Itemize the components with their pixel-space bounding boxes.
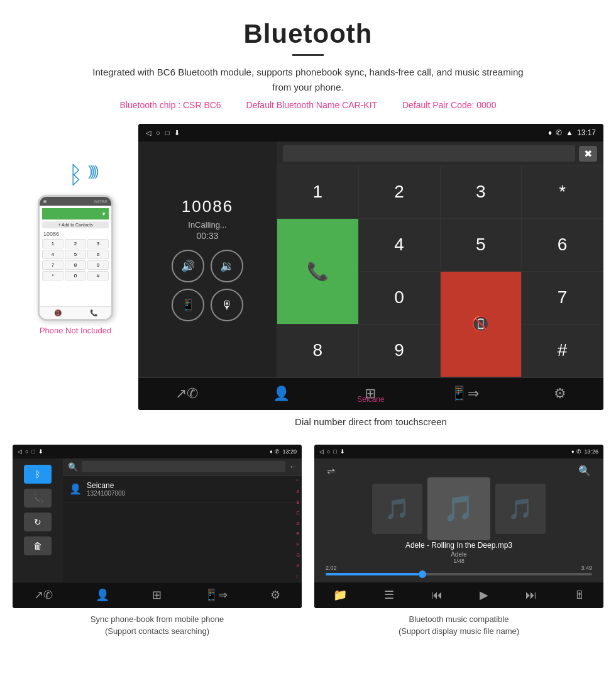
- phonebook-caption-line1: Sync phone-book from mobile phone: [13, 613, 302, 626]
- phone-call-icon[interactable]: 📞: [90, 309, 97, 316]
- keypad-key-6[interactable]: 6: [522, 219, 603, 271]
- pb-bluetooth-btn[interactable]: ᛒ: [24, 465, 52, 484]
- pb-alpha-d[interactable]: D: [297, 521, 300, 526]
- pb-call-btn[interactable]: 📞: [24, 489, 52, 508]
- pb-nav-grid-icon[interactable]: ⊞: [152, 588, 162, 602]
- pb-square-icon[interactable]: □: [31, 448, 35, 455]
- keypad-key-7[interactable]: 7: [522, 272, 603, 324]
- keypad-call-btn[interactable]: 📞: [277, 219, 358, 324]
- car-home-icon[interactable]: ○: [156, 129, 160, 136]
- music-play-icon[interactable]: ▶: [480, 588, 488, 602]
- pb-alpha-g[interactable]: G: [297, 553, 300, 557]
- music-prev-icon[interactable]: ⏮: [431, 589, 443, 602]
- music-albums: 🎵 🎵 🎵: [321, 477, 597, 540]
- dial-mic-btn[interactable]: 🎙: [211, 289, 243, 321]
- phone-end-icon[interactable]: 📵: [54, 309, 62, 316]
- phone-key-star[interactable]: *: [42, 271, 63, 280]
- phone-add-contact-btn[interactable]: + Add to Contacts: [42, 221, 109, 228]
- phonebook-content: ᛒ 📞 ↻ 🗑: [13, 458, 302, 582]
- pb-alpha-a[interactable]: A: [297, 489, 300, 494]
- pb-alpha-h[interactable]: H: [297, 564, 300, 568]
- music-content: ⇌ 🔍 🎵 🎵 🎵: [314, 458, 603, 582]
- music-folder-icon[interactable]: 📁: [333, 588, 347, 602]
- dial-backspace-btn[interactable]: ✖: [579, 146, 597, 162]
- pb-delete-btn[interactable]: 🗑: [24, 536, 52, 555]
- phone-key-0[interactable]: 0: [65, 271, 86, 280]
- dial-volume-up-btn[interactable]: 🔊: [172, 250, 204, 282]
- pb-contact-entry[interactable]: 👤 Seicane 13241007000: [63, 476, 302, 503]
- keypad-key-8[interactable]: 8: [277, 325, 358, 377]
- car-location-icon: ♦: [548, 128, 552, 137]
- nav-phone-transfer-icon[interactable]: 📱⇒: [451, 386, 479, 402]
- dial-transfer-btn[interactable]: 📱: [172, 289, 204, 321]
- nav-call-transfer-icon[interactable]: ↗✆: [175, 386, 198, 402]
- keypad-key-hash[interactable]: #: [522, 325, 603, 377]
- music-status-bar: ◁ ○ □ ⬇ ♦ ✆ 13:26: [314, 445, 603, 458]
- keypad-end-btn[interactable]: 📵: [441, 272, 522, 377]
- dial-volume-down-btn[interactable]: 🔉: [211, 250, 243, 282]
- keypad-key-9[interactable]: 9: [359, 325, 440, 377]
- phone-key-4[interactable]: 4: [42, 250, 63, 259]
- keypad-key-4[interactable]: 4: [359, 219, 440, 271]
- bluetooth-waves-icon: )))): [88, 163, 96, 179]
- pb-nav-call-icon[interactable]: ↗✆: [34, 588, 53, 602]
- pb-sync-btn[interactable]: ↻: [24, 513, 52, 531]
- phone-key-3[interactable]: 3: [87, 239, 109, 248]
- car-screen-wrapper: ◁ ○ □ ⬇ ♦ ✆ ▲ 13:17 1: [138, 124, 603, 438]
- phone-key-7[interactable]: 7: [42, 260, 63, 270]
- volume-up-icon: 🔊: [181, 259, 195, 273]
- pb-alpha-e[interactable]: E: [297, 531, 300, 536]
- mu-location-icon: ♦: [571, 448, 575, 455]
- keypad-key-2[interactable]: 2: [359, 166, 440, 218]
- phonebook-status-right: ♦ ✆ 13:20: [270, 448, 297, 455]
- tech-info: Bluetooth chip : CSR BC6 Default Bluetoo…: [13, 100, 603, 110]
- mu-square-icon[interactable]: □: [333, 448, 336, 455]
- music-eq-icon[interactable]: 🎚: [574, 589, 585, 602]
- pb-alpha-i[interactable]: I: [297, 574, 300, 579]
- keypad-key-0[interactable]: 0: [359, 272, 440, 324]
- phone-key-6[interactable]: 6: [87, 250, 109, 259]
- progress-bar-bg[interactable]: [326, 573, 592, 575]
- pb-nav-settings-icon[interactable]: ⚙: [270, 588, 280, 602]
- progress-thumb[interactable]: [419, 570, 426, 578]
- nav-settings-icon[interactable]: ⚙: [554, 386, 566, 402]
- pb-alpha-b[interactable]: B: [297, 500, 300, 504]
- phone-key-9[interactable]: 9: [87, 260, 109, 270]
- pb-alpha-c[interactable]: C: [297, 511, 300, 515]
- phone-key-8[interactable]: 8: [65, 260, 86, 270]
- shuffle-icon[interactable]: ⇌: [327, 465, 335, 477]
- pb-back-icon[interactable]: ◁: [18, 448, 22, 455]
- pb-alpha-f[interactable]: F: [297, 542, 300, 547]
- keypad-key-3[interactable]: 3: [441, 166, 522, 218]
- pb-back-arrow-icon[interactable]: ←: [289, 462, 297, 471]
- pb-nav-contacts-icon[interactable]: 👤: [96, 588, 109, 602]
- pb-alpha-star[interactable]: *: [297, 479, 300, 483]
- pb-trash-icon: 🗑: [33, 541, 42, 551]
- pb-call-icon: ✆: [275, 448, 280, 455]
- phone-key-hash[interactable]: #: [87, 271, 109, 280]
- mu-back-icon[interactable]: ◁: [319, 448, 324, 455]
- pb-nav-transfer-icon[interactable]: 📱⇒: [204, 588, 228, 602]
- nav-contacts-icon[interactable]: 👤: [273, 386, 290, 402]
- tech-name: Default Bluetooth Name CAR-KIT: [246, 100, 378, 110]
- pb-home-icon[interactable]: ○: [25, 448, 28, 455]
- mu-home-icon[interactable]: ○: [327, 448, 330, 455]
- keypad-key-5[interactable]: 5: [441, 219, 522, 271]
- phonebook-search-field[interactable]: [82, 461, 285, 472]
- dial-input-field[interactable]: [283, 145, 575, 162]
- music-search-icon[interactable]: 🔍: [578, 465, 591, 477]
- phone-more-text: MORE: [94, 199, 107, 204]
- phone-key-1[interactable]: 1: [42, 239, 63, 248]
- music-next-icon[interactable]: ⏭: [525, 589, 537, 602]
- phone-key-2[interactable]: 2: [65, 239, 86, 248]
- car-square-icon[interactable]: □: [165, 129, 170, 136]
- phone-not-included-label: Phone Not Included: [40, 326, 111, 335]
- pb-time: 13:20: [282, 448, 297, 455]
- phone-key-5[interactable]: 5: [65, 250, 86, 259]
- phonebook-right: 🔍 ← 👤 Seicane 13241007000 *: [63, 458, 302, 582]
- bluetooth-symbol-icon: ᛒ: [69, 162, 83, 188]
- keypad-key-1[interactable]: 1: [277, 166, 358, 218]
- music-list-icon[interactable]: ☰: [384, 588, 394, 602]
- keypad-key-star[interactable]: *: [522, 166, 603, 218]
- car-back-icon[interactable]: ◁: [146, 129, 151, 137]
